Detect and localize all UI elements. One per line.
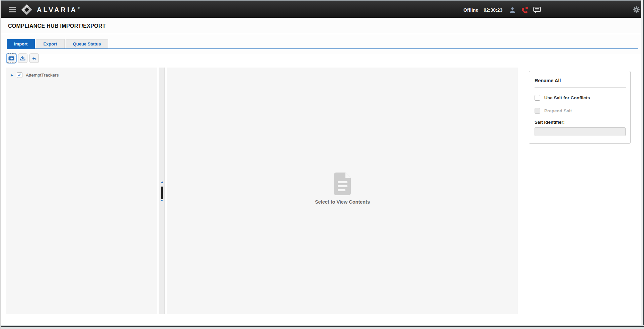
tab-export[interactable]: Export <box>36 39 64 48</box>
connection-status: Offline <box>464 7 478 13</box>
download-tray-icon <box>20 56 26 61</box>
alvaria-diamond-icon <box>21 4 33 16</box>
collapse-left-icon[interactable]: ◄ <box>160 181 163 184</box>
tab-queue-status[interactable]: Queue Status <box>66 39 108 48</box>
collapse-right-icon[interactable]: ► <box>160 199 163 202</box>
use-salt-label: Use Salt for Conflicts <box>544 95 590 100</box>
tab-underline <box>7 48 638 49</box>
settings-gear-icon[interactable] <box>633 6 640 15</box>
salt-identifier-label: Salt Identifier: <box>535 120 625 125</box>
check-icon: ✓ <box>18 73 21 77</box>
page-header: COMPLIANCE HUB IMPORT/EXPORT <box>1 18 644 34</box>
import-tree-panel: ▶ ✓ AttemptTrackers <box>6 68 157 314</box>
topbar-status-area: Offline 02:30:23 <box>464 1 541 19</box>
tree-item-attempttrackers: ▶ ✓ AttemptTrackers <box>11 72 157 78</box>
salt-identifier-input <box>535 127 626 136</box>
prepend-salt-checkbox <box>535 108 540 114</box>
folder-arrow-icon <box>8 56 14 61</box>
prepend-salt-row: Prepend Salt <box>535 108 625 114</box>
import-file-button[interactable] <box>7 53 16 63</box>
use-salt-checkbox[interactable] <box>535 95 540 101</box>
menu-icon[interactable] <box>9 7 16 12</box>
messages-icon[interactable] <box>533 6 541 13</box>
alvaria-logo: ALVARIA ® <box>21 4 80 16</box>
import-toolbar <box>7 53 39 63</box>
brand-name: ALVARIA <box>37 6 77 14</box>
prepend-salt-label: Prepend Salt <box>544 108 572 113</box>
window-right-edge <box>641 0 644 329</box>
agent-person-icon <box>509 7 516 13</box>
undo-button[interactable] <box>29 53 39 63</box>
expand-arrow-icon[interactable]: ▶ <box>11 73 17 77</box>
empty-state-text: Select to View Contents <box>315 199 370 205</box>
options-panel: Rename All Use Salt for Conflicts Prepen… <box>523 68 640 314</box>
session-timer: 02:30:23 <box>484 7 502 13</box>
window-bottom-edge <box>1 325 644 329</box>
use-salt-row: Use Salt for Conflicts <box>535 95 625 101</box>
top-navigation-bar: ALVARIA ® Offline 02:30:23 <box>1 0 644 18</box>
empty-state: Select to View Contents <box>167 172 518 205</box>
panel-splitter[interactable]: ◄ ► <box>159 68 165 314</box>
app-window: ALVARIA ® Offline 02:30:23 <box>0 0 644 329</box>
tree-item-checkbox[interactable]: ✓ <box>17 72 22 78</box>
card-divider <box>535 87 626 88</box>
download-button[interactable] <box>18 53 27 63</box>
tree-item-label[interactable]: AttemptTrackers <box>26 73 59 78</box>
rename-all-card: Rename All Use Salt for Conflicts Prepen… <box>529 71 631 144</box>
registered-mark: ® <box>78 7 80 10</box>
tab-strip: Import Export Queue Status <box>1 34 644 54</box>
phone-disconnected-icon <box>520 6 529 14</box>
splitter-handle[interactable] <box>161 187 163 199</box>
rename-all-title: Rename All <box>535 78 625 83</box>
undo-arrow-icon <box>31 56 37 61</box>
page-title: COMPLIANCE HUB IMPORT/EXPORT <box>8 23 106 29</box>
content-preview-panel: Select to View Contents <box>167 68 518 314</box>
document-icon <box>332 172 353 196</box>
tab-import[interactable]: Import <box>7 39 35 48</box>
